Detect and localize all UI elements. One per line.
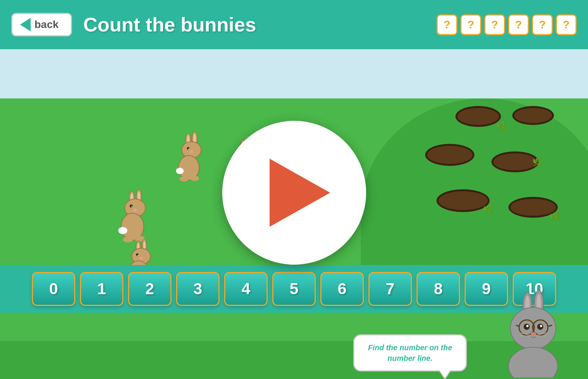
svg-point-2 (192, 132, 197, 146)
svg-point-42 (143, 241, 145, 250)
svg-point-35 (134, 209, 137, 211)
number-btn-0[interactable]: 0 (32, 272, 75, 306)
grass-tuft-4: 🌿 (549, 212, 560, 222)
number-btn-6[interactable]: 6 (320, 272, 364, 306)
svg-point-12 (190, 176, 199, 181)
svg-point-30 (125, 199, 145, 217)
svg-point-38 (134, 236, 145, 241)
svg-point-26 (129, 191, 134, 205)
grass-tuft-3: 🌿 (483, 204, 493, 214)
svg-point-45 (136, 253, 139, 256)
help-btn-6[interactable]: ? (556, 14, 577, 35)
back-arrow-icon (20, 18, 31, 31)
help-btn-3[interactable]: ? (484, 14, 505, 35)
speech-text: Find the number on the number line. (364, 342, 456, 363)
number-btn-8[interactable]: 8 (416, 272, 460, 306)
help-buttons-container: ? ? ? ? ? ? (437, 14, 577, 35)
svg-point-66 (531, 332, 536, 336)
svg-point-9 (190, 151, 193, 153)
main-scene: 🌿 🌿 🌿 🌿 (0, 49, 588, 379)
svg-point-27 (131, 193, 133, 203)
speech-area: Find the number on the number line. (353, 334, 467, 371)
svg-point-7 (188, 148, 189, 150)
back-button[interactable]: back (11, 13, 72, 36)
svg-point-0 (186, 133, 191, 147)
svg-point-71 (508, 347, 558, 377)
speech-bubble: Find the number on the number line. (353, 334, 467, 371)
svg-point-36 (118, 227, 127, 234)
grass-tuft-2: 🌿 (532, 157, 543, 167)
teacher-bunny-svg (501, 290, 577, 377)
svg-point-29 (137, 192, 140, 202)
svg-point-40 (137, 243, 139, 252)
number-line: 012345678910 (0, 265, 588, 313)
page-title: Count the bunnies (83, 13, 256, 36)
help-btn-1[interactable]: ? (437, 14, 457, 35)
help-btn-5[interactable]: ? (532, 14, 553, 35)
svg-point-4 (182, 142, 201, 158)
svg-point-6 (187, 147, 190, 150)
help-btn-2[interactable]: ? (460, 14, 481, 35)
svg-point-48 (140, 257, 142, 259)
play-icon (270, 159, 330, 227)
rabbit-hole-4 (491, 151, 539, 172)
svg-point-34 (132, 209, 138, 213)
rabbit-hole-3 (425, 144, 474, 166)
svg-point-39 (136, 241, 140, 254)
svg-point-47 (139, 257, 143, 260)
svg-point-8 (189, 151, 194, 154)
svg-point-41 (142, 239, 147, 252)
svg-point-11 (179, 176, 189, 182)
svg-point-3 (193, 134, 196, 144)
svg-point-1 (187, 135, 190, 145)
svg-point-33 (131, 206, 133, 207)
number-btn-7[interactable]: 7 (368, 272, 412, 306)
teacher-bunny (501, 290, 577, 379)
svg-point-46 (137, 255, 139, 256)
grass-tuft-1: 🌿 (496, 121, 507, 131)
bunny-1 (176, 132, 201, 182)
play-button[interactable] (222, 121, 366, 265)
svg-point-43 (132, 248, 150, 265)
svg-point-32 (130, 204, 133, 207)
number-btn-2[interactable]: 2 (128, 272, 172, 306)
header: back Count the bunnies ? ? ? ? ? ? (0, 0, 588, 49)
rabbit-hole-2 (512, 106, 554, 125)
bunny-3 (118, 190, 145, 243)
svg-point-28 (136, 190, 142, 204)
number-btn-5[interactable]: 5 (272, 272, 316, 306)
number-btn-4[interactable]: 4 (224, 272, 268, 306)
bottom-bar (0, 341, 588, 379)
number-btn-3[interactable]: 3 (176, 272, 220, 306)
svg-point-37 (123, 237, 133, 242)
back-label: back (34, 19, 59, 31)
svg-point-63 (526, 325, 529, 327)
svg-point-31 (121, 213, 144, 240)
number-btn-1[interactable]: 1 (80, 272, 123, 306)
rabbit-hole-1 (455, 106, 501, 127)
help-btn-4[interactable]: ? (508, 14, 529, 35)
svg-point-10 (176, 168, 184, 174)
svg-point-5 (179, 156, 199, 180)
svg-point-65 (540, 325, 542, 327)
rabbit-hole-5 (437, 189, 490, 212)
